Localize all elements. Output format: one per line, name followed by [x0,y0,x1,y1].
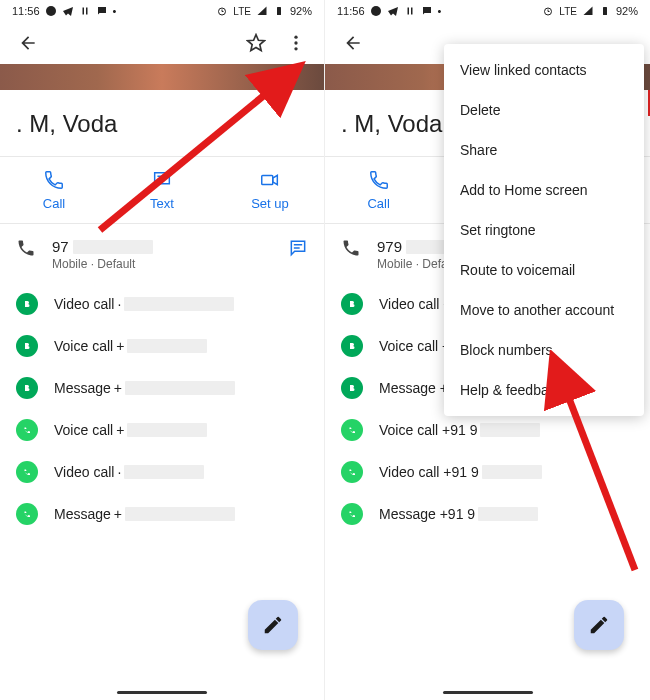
status-battery: 92% [616,5,638,17]
more-button[interactable] [282,29,310,57]
menu-set-ringtone[interactable]: Set ringtone [444,210,644,250]
call-label: Call [43,196,65,211]
app-bar [0,22,324,64]
phone-icon [16,238,36,258]
whatsapp-business-icon [16,293,38,315]
telegram-icon [62,5,74,17]
menu-delete[interactable]: Delete [444,90,644,130]
status-time: 11:56 [337,5,365,17]
message-icon [151,169,173,191]
menu-share[interactable]: Share [444,130,644,170]
menu-block-numbers[interactable]: Block numbers [444,330,644,370]
contact-name: . M, Voda [16,110,308,138]
svg-point-8 [371,6,381,16]
phone-icon [341,238,361,258]
alarm-icon [216,5,228,17]
menu-help[interactable]: Help & feedback [444,370,644,410]
whatsapp-icon [45,5,57,17]
svg-rect-10 [603,7,607,15]
arrow-back-icon [343,33,363,53]
redacted [482,465,542,479]
status-bar: 11:56 • LTE 92% [325,0,650,22]
status-bar: 11:56 • LTE 92% [0,0,324,22]
menu-route-voicemail[interactable]: Route to voicemail [444,250,644,290]
nav-handle[interactable] [117,691,207,694]
screenshot-left: 11:56 • LTE 92% [0,0,325,700]
call-action[interactable]: Call [0,157,108,223]
redacted [480,423,540,437]
whatsapp-icon [341,461,363,483]
telegram-icon [387,5,399,17]
alarm-icon [542,5,554,17]
list-item[interactable]: Video call · [0,283,324,325]
chat-icon [421,5,433,17]
redacted [125,381,235,395]
quick-actions: Call Text Set up [0,156,324,224]
call-action[interactable]: Call [325,157,432,223]
redacted [124,297,234,311]
text-label: Text [150,196,174,211]
phone-icon [43,169,65,191]
svg-rect-2 [277,7,281,15]
signal-icon [582,5,594,17]
status-net: LTE [233,6,251,17]
setup-action[interactable]: Set up [216,157,324,223]
svg-point-4 [294,41,297,44]
whatsapp-business-icon [341,377,363,399]
whatsapp-icon [16,461,38,483]
list-item[interactable]: Message + [0,493,324,535]
status-time: 11:56 [12,5,40,17]
back-button[interactable] [14,29,42,57]
message-icon [288,238,308,258]
menu-add-home[interactable]: Add to Home screen [444,170,644,210]
video-icon [259,169,281,191]
list-item[interactable]: Voice call + [0,409,324,451]
menu-move-account[interactable]: Move to another account [444,290,644,330]
whatsapp-business-icon [341,293,363,315]
whatsapp-icon [341,419,363,441]
svg-point-3 [294,36,297,39]
list-item[interactable]: Message +91 9 [325,493,650,535]
phone-prefix: 979 [377,238,402,255]
text-number-button[interactable] [288,238,308,262]
back-button[interactable] [339,29,367,57]
connected-apps-list: Video call · Voice call + Message + Voic… [0,279,324,539]
call-label: Call [367,196,389,211]
phone-icon [368,169,390,191]
text-action[interactable]: Text [108,157,216,223]
setup-label: Set up [251,196,289,211]
status-battery: 92% [290,5,312,17]
redacted [478,507,538,521]
redacted [125,507,235,521]
whatsapp-icon [16,503,38,525]
phone-type: Mobile · Default [52,257,272,271]
battery-icon [273,5,285,17]
menu-view-linked[interactable]: View linked contacts [444,50,644,90]
phone-number-row[interactable]: 97 Mobile · Default [0,224,324,279]
signal-icon [256,5,268,17]
edit-contact-fab[interactable] [248,600,298,650]
overflow-menu: View linked contacts Delete Share Add to… [444,44,644,416]
pause-icon [79,5,91,17]
more-vert-icon [286,33,306,53]
phone-prefix: 97 [52,238,69,255]
whatsapp-business-icon [16,377,38,399]
list-item[interactable]: Video call · [0,451,324,493]
whatsapp-icon [370,5,382,17]
list-item[interactable]: Voice call + [0,325,324,367]
svg-point-0 [46,6,56,16]
battery-icon [599,5,611,17]
edit-contact-fab[interactable] [574,600,624,650]
whatsapp-business-icon [341,335,363,357]
pencil-icon [262,614,284,636]
redacted [127,423,207,437]
whatsapp-icon [16,419,38,441]
pencil-icon [588,614,610,636]
nav-handle[interactable] [443,691,533,694]
whatsapp-icon [341,503,363,525]
redacted [127,339,207,353]
star-outline-icon [246,33,266,53]
list-item[interactable]: Video call +91 9 [325,451,650,493]
favorite-button[interactable] [242,29,270,57]
list-item[interactable]: Message + [0,367,324,409]
